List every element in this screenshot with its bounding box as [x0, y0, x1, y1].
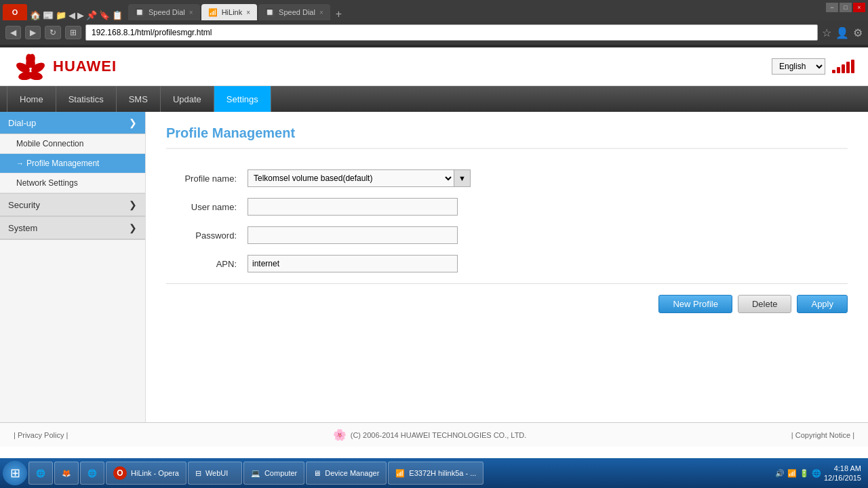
profile-form: Profile name: Telkomsel volume based(def…	[166, 163, 848, 320]
apn-row: APN:	[166, 255, 848, 272]
sidebar: Dial-up ❯ Mobile Connection → Profile Ma…	[0, 112, 146, 422]
profile-name-select[interactable]: Telkomsel volume based(default)	[248, 169, 454, 187]
close-button[interactable]: ×	[853, 3, 865, 12]
taskbar-webui[interactable]: ⊟ WebUI	[188, 462, 242, 485]
copyright-text: (C) 2006-2014 HUAWEI TECHNOLOGIES CO., L…	[351, 431, 527, 439]
bookmark-icon-6: 📌	[86, 10, 97, 20]
password-input[interactable]	[248, 226, 458, 244]
apn-input[interactable]	[248, 255, 458, 272]
tab-favicon-hilink: 📶	[208, 8, 218, 17]
taskbar-e3372h[interactable]: 📶 E3372H hilink5a - ...	[388, 462, 484, 485]
forward-button[interactable]: ▶	[25, 26, 41, 39]
bookmark-icon-4: ◀	[68, 10, 75, 20]
taskbar-computer-label: Computer	[264, 469, 297, 477]
tab-close-speed-dial-1[interactable]: ×	[189, 9, 193, 16]
form-divider	[166, 283, 848, 284]
taskbar-clock: 4:18 AM 12/16/2015	[824, 464, 861, 483]
sidebar-item-label-profile-management: Profile Management	[26, 159, 99, 168]
taskbar-time-display: 4:18 AM	[824, 464, 861, 473]
home-nav-button[interactable]: ⊞	[65, 26, 81, 39]
user-icon[interactable]: 👤	[835, 26, 849, 39]
taskbar-device-manager-label: Device Manager	[325, 469, 379, 477]
tab-label-hilink: HiLink	[222, 8, 243, 16]
apn-label: APN:	[166, 259, 248, 269]
maximize-button[interactable]: □	[840, 3, 852, 12]
address-bar[interactable]	[85, 24, 818, 41]
refresh-button[interactable]: ↻	[45, 26, 61, 39]
profile-name-select-wrap: Telkomsel volume based(default) ▼	[248, 169, 471, 187]
active-arrow-icon: →	[16, 159, 24, 167]
taskbar-icon-2-icon: 🦊	[62, 469, 71, 478]
delete-button[interactable]: Delete	[738, 295, 792, 313]
back-button[interactable]: ◀	[5, 26, 21, 39]
privacy-policy-link[interactable]: Privacy Policy	[18, 431, 64, 439]
bookmark-icon-2: 📰	[43, 10, 54, 20]
nav-settings[interactable]: Settings	[214, 86, 271, 112]
taskbar-icon-3[interactable]: 🌐	[80, 462, 104, 485]
sidebar-section-label-security: Security	[8, 200, 40, 210]
tab-close-hilink[interactable]: ×	[246, 9, 250, 16]
tray-icon-1: 🔊	[775, 469, 785, 478]
bookmark-star-icon[interactable]: ☆	[822, 26, 831, 39]
nav-home[interactable]: Home	[7, 86, 56, 112]
tab-close-speed-dial-2[interactable]: ×	[319, 9, 323, 16]
main-content: Profile Management Profile name: Telkoms…	[146, 112, 868, 422]
nav-sms[interactable]: SMS	[117, 86, 161, 112]
new-tab-button[interactable]: +	[332, 8, 346, 20]
webui-icon: ⊟	[195, 469, 201, 478]
taskbar-computer[interactable]: 💻 Computer	[243, 462, 304, 485]
apply-button[interactable]: Apply	[797, 295, 848, 313]
tray-icon-2: 📶	[787, 469, 797, 478]
taskbar-tray: 🔊 📶 🔋 🌐 4:18 AM 12/16/2015	[771, 464, 865, 483]
taskbar-icon-2[interactable]: 🦊	[54, 462, 79, 485]
dialup-chevron-icon: ❯	[129, 117, 137, 128]
password-label: Password:	[166, 230, 248, 241]
sidebar-item-profile-management[interactable]: → Profile Management	[0, 154, 145, 174]
e3372h-icon: 📶	[395, 469, 405, 478]
taskbar-icon-1[interactable]: 🌐	[28, 462, 53, 485]
pipe-right2: |	[852, 431, 854, 439]
start-button[interactable]: ⊞	[3, 461, 27, 485]
sidebar-section-dialup: Dial-up ❯ Mobile Connection → Profile Ma…	[0, 112, 145, 194]
sidebar-section-header-security[interactable]: Security ❯	[0, 194, 145, 216]
tab-hilink[interactable]: 📶 HiLink ×	[201, 4, 257, 20]
taskbar: ⊞ 🌐 🦊 🌐 O HiLink - Opera ⊟ WebUI 💻 Compu…	[0, 458, 868, 488]
tab-favicon-speed-dial-1: 🔲	[135, 8, 144, 17]
signal-strength	[832, 60, 854, 73]
taskbar-hilink-opera[interactable]: O HiLink - Opera	[106, 462, 186, 485]
huawei-footer-icon: 🌸	[333, 428, 347, 441]
sidebar-item-mobile-connection[interactable]: Mobile Connection	[0, 134, 145, 154]
new-profile-button[interactable]: New Profile	[658, 295, 732, 313]
username-label: User name:	[166, 202, 248, 212]
bookmark-icon-5: ▶	[77, 10, 84, 20]
minimize-button[interactable]: −	[826, 3, 838, 12]
settings-icon[interactable]: ⚙	[853, 26, 863, 39]
page-footer: | Privacy Policy | 🌸 (C) 2006-2014 HUAWE…	[0, 422, 868, 447]
taskbar-icon-1-icon: 🌐	[36, 469, 45, 478]
opera-button[interactable]: O	[3, 4, 27, 20]
nav-statistics[interactable]: Statistics	[56, 86, 117, 112]
username-row: User name:	[166, 198, 848, 216]
pipe-right: |	[66, 431, 68, 439]
profile-name-row: Profile name: Telkomsel volume based(def…	[166, 169, 848, 187]
copyright-notice-link[interactable]: Copyright Notice	[795, 431, 850, 439]
tab-speed-dial-2[interactable]: 🔲 Speed Dial ×	[258, 4, 330, 20]
language-select[interactable]: English Chinese	[772, 58, 825, 75]
sidebar-section-header-system[interactable]: System ❯	[0, 217, 145, 239]
sidebar-section-header-dialup[interactable]: Dial-up ❯	[0, 112, 145, 134]
nav-update[interactable]: Update	[161, 86, 214, 112]
tab-label-speed-dial-1: Speed Dial	[149, 8, 185, 16]
taskbar-hilink-opera-label: HiLink - Opera	[131, 469, 179, 477]
username-input[interactable]	[248, 198, 458, 216]
taskbar-webui-label: WebUI	[205, 469, 228, 477]
sidebar-item-network-settings[interactable]: Network Settings	[0, 174, 145, 193]
taskbar-device-manager[interactable]: 🖥 Device Manager	[306, 462, 387, 485]
huawei-logo: HUAWEI	[14, 53, 117, 80]
page-title: Profile Management	[166, 125, 848, 149]
button-row: New Profile Delete Apply	[166, 295, 848, 313]
sidebar-item-label-network-settings: Network Settings	[16, 178, 78, 188]
security-chevron-icon: ❯	[129, 199, 137, 210]
profile-name-dropdown-arrow[interactable]: ▼	[454, 169, 471, 187]
tab-speed-dial-1[interactable]: 🔲 Speed Dial ×	[128, 4, 200, 20]
taskbar-icon-3-icon: 🌐	[87, 469, 97, 478]
